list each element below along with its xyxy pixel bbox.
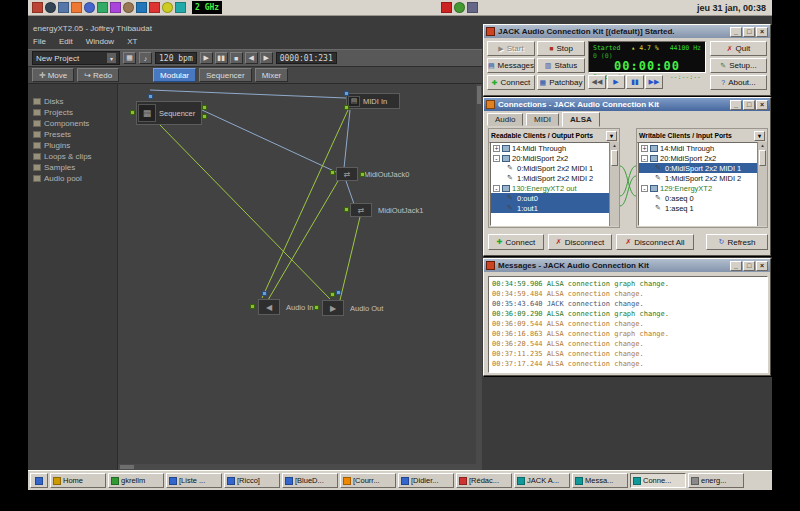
node-audio-out[interactable]: ▶	[322, 300, 344, 316]
port[interactable]	[250, 304, 255, 309]
vertical-scrollbar[interactable]: ▴	[609, 142, 619, 226]
readable-header[interactable]: Readable Clients / Output Ports ▾	[489, 129, 619, 143]
next-button[interactable]: ▶	[260, 52, 273, 64]
port[interactable]	[330, 170, 335, 175]
scroll-thumb[interactable]	[477, 86, 481, 104]
stop-button[interactable]: ■Stop	[537, 41, 585, 56]
scroll-up-icon[interactable]: ▴	[761, 142, 764, 148]
grid-button[interactable]: ▦	[123, 52, 136, 64]
tab-alsa[interactable]: ALSA	[562, 112, 600, 127]
tree-item[interactable]: -129:EnergyXT2	[639, 183, 765, 193]
sidebar-item-components[interactable]: Components	[28, 118, 117, 129]
node-audio-in[interactable]: ◀	[258, 299, 280, 315]
port[interactable]	[344, 207, 349, 212]
stop-button[interactable]: ■	[230, 52, 243, 64]
minimize-button[interactable]: _	[730, 27, 742, 37]
messages-log[interactable]: 00:34:59.906 ALSA connection graph chang…	[488, 276, 768, 373]
disconnect-button[interactable]: ✗Disconnect	[548, 234, 612, 250]
maximize-button[interactable]: □	[743, 261, 755, 271]
taskbar-item-home[interactable]: Home	[50, 473, 106, 488]
scroll-thumb[interactable]	[611, 150, 618, 166]
collapse-icon[interactable]: -	[493, 155, 500, 162]
prev-button[interactable]: ◀	[245, 52, 258, 64]
start-button[interactable]: ▶Start	[487, 41, 535, 56]
transport-play-button[interactable]: ▶	[607, 75, 625, 89]
irc-icon[interactable]	[97, 2, 108, 13]
node-sequencer[interactable]: ▦ Sequencer	[136, 101, 202, 125]
node-midioutjack1[interactable]: ⇄	[350, 203, 372, 217]
port[interactable]	[262, 291, 267, 296]
port[interactable]	[360, 172, 365, 177]
music-icon[interactable]	[110, 2, 121, 13]
maximize-button[interactable]: □	[743, 100, 755, 110]
sidebar-item-disks[interactable]: Disks	[28, 96, 117, 107]
taskbar-item--blued-[interactable]: [BlueD...	[282, 473, 338, 488]
quit-button[interactable]: ✗Quit	[710, 41, 767, 56]
about-button[interactable]: ?About...	[710, 75, 767, 90]
node-midi-in[interactable]: ▤ MIDI In	[346, 93, 400, 109]
taskbar-item-energ-[interactable]: energ...	[688, 473, 744, 488]
tab-midi[interactable]: MIDI	[526, 113, 559, 126]
pause-button[interactable]: ▮▮	[215, 52, 228, 64]
tab-modular[interactable]: Modular	[153, 68, 196, 82]
vertical-scrollbar[interactable]: ▴	[757, 142, 767, 226]
taskbar-item--ricco-[interactable]: [Ricco]	[224, 473, 280, 488]
tree-item[interactable]: ✎1:MidiSport 2x2 MIDI 2	[491, 173, 617, 183]
gimp-icon[interactable]	[123, 2, 134, 13]
collapse-icon[interactable]: -	[641, 155, 648, 162]
modular-canvas[interactable]: ▦ Sequencer ▤ MIDI In ⇄ MidiOutJack0 ⇄ M…	[118, 84, 482, 470]
messages-button[interactable]: ▤Messages	[487, 58, 535, 73]
sidebar-item-plugins[interactable]: Plugins	[28, 140, 117, 151]
taskbar-item--courr-[interactable]: [Courr...	[340, 473, 396, 488]
canvas-vscrollbar[interactable]	[476, 84, 482, 470]
chevron-down-icon[interactable]: ▾	[754, 131, 765, 141]
port[interactable]	[314, 305, 319, 310]
chevron-down-icon[interactable]: ▾	[606, 131, 617, 141]
refresh-button[interactable]: ↻Refresh	[706, 234, 768, 250]
volume-applet-icon[interactable]	[162, 2, 173, 13]
sound-icon[interactable]	[467, 2, 478, 13]
connections-connect-button[interactable]: ✚Connect	[488, 234, 544, 250]
show-desktop-button[interactable]	[30, 473, 48, 488]
status-button[interactable]: ▥Status	[537, 58, 585, 73]
taskbar-item-conne-[interactable]: Conne...	[630, 473, 686, 488]
tree-item[interactable]: ✎1:aseq 1	[639, 203, 765, 213]
tab-audio[interactable]: Audio	[487, 113, 523, 126]
mail-icon[interactable]	[84, 2, 95, 13]
port[interactable]	[202, 105, 207, 110]
sidebar-item-presets[interactable]: Presets	[28, 129, 117, 140]
scroll-thumb[interactable]	[120, 465, 134, 469]
port[interactable]	[330, 292, 335, 297]
scroll-up-icon[interactable]: ▴	[613, 142, 616, 148]
patchbay-button[interactable]: ▦Patchbay	[537, 75, 585, 90]
tree-item[interactable]: -130:EnergyXT2 out	[491, 183, 617, 193]
battery-icon[interactable]	[454, 2, 465, 13]
tree-item[interactable]: ✎0:out0	[491, 193, 617, 203]
tab-mixer[interactable]: Mixer	[255, 68, 289, 82]
tree-item[interactable]: ✎1:MidiSport 2x2 MIDI 2	[639, 173, 765, 183]
close-button[interactable]: ×	[756, 27, 768, 37]
office-icon[interactable]	[136, 2, 147, 13]
port[interactable]	[344, 91, 349, 96]
taskbar-item-gkrellm[interactable]: gkrellm	[108, 473, 164, 488]
port[interactable]	[130, 110, 135, 115]
titlebar[interactable]: JACK Audio Connection Kit [(default)] St…	[484, 25, 770, 38]
move-button[interactable]: ✛Move	[32, 68, 74, 82]
expand-icon[interactable]: +	[641, 145, 648, 152]
port[interactable]	[336, 290, 341, 295]
tree-item[interactable]: ✎1:out1	[491, 203, 617, 213]
tree-item[interactable]: -20:MidiSport 2x2	[639, 153, 765, 163]
games-icon[interactable]	[149, 2, 160, 13]
connect-button[interactable]: ✚Connect	[487, 75, 535, 90]
tree-item[interactable]: ✎0:aseq 0	[639, 193, 765, 203]
port[interactable]	[344, 105, 349, 110]
sidebar-item-audio-pool[interactable]: Audio pool	[28, 173, 117, 184]
taskbar-item--r-dac-[interactable]: [Rédac...	[456, 473, 512, 488]
menu-xt[interactable]: XT	[127, 37, 137, 46]
sidebar-item-projects[interactable]: Projects	[28, 107, 117, 118]
minimize-button[interactable]: _	[730, 261, 742, 271]
tab-sequencer[interactable]: Sequencer	[199, 68, 252, 82]
menu-file[interactable]: File	[33, 37, 46, 46]
menu-icon[interactable]	[32, 2, 43, 13]
disconnect-all-button[interactable]: ✗Disconnect All	[616, 234, 694, 250]
